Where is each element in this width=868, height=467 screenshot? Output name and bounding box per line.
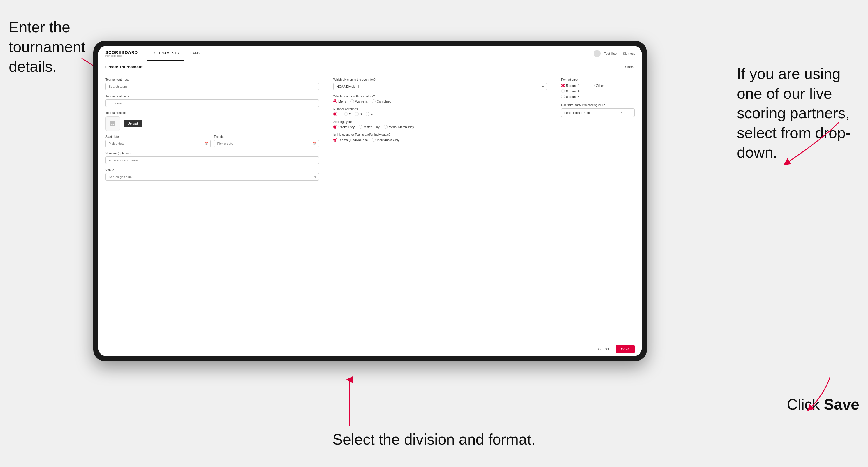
- annotation-bottomright: Click Save: [787, 395, 859, 414]
- search-team-input[interactable]: [105, 83, 319, 90]
- nav-right: Test User | Sign out: [593, 50, 634, 57]
- calendar-icon-2: 📅: [313, 142, 317, 146]
- scoring-stroke-radio[interactable]: [333, 125, 337, 129]
- live-scoring-controls: × ⌃: [620, 111, 626, 115]
- end-date-input[interactable]: [214, 140, 319, 148]
- scoring-stroke[interactable]: Stroke Play: [333, 125, 354, 129]
- round-2[interactable]: 2: [344, 112, 351, 116]
- annotation-topright: If you are using one of our live scoring…: [737, 64, 859, 162]
- rounds-radio-group: 1 2 3 4: [333, 112, 547, 116]
- teams-field-group: Is this event for Teams and/or Individua…: [333, 133, 547, 142]
- annotation-topleft: Enter the tournament details.: [9, 18, 102, 76]
- date-row: Start date 📅 End date 📅: [105, 135, 319, 148]
- format-5count4-radio[interactable]: [561, 84, 565, 87]
- gender-radio-group: Mens Womens Combined: [333, 99, 547, 103]
- sponsor-input[interactable]: [105, 156, 319, 164]
- logo-placeholder: [105, 116, 120, 131]
- back-link[interactable]: ‹ Back: [625, 65, 634, 69]
- cancel-button[interactable]: Cancel: [594, 345, 613, 353]
- start-date-field: Start date 📅: [105, 135, 211, 148]
- logo-upload-area: Upload: [105, 116, 319, 131]
- format-label: Format type: [561, 78, 634, 81]
- live-scoring-expand[interactable]: ⌃: [624, 111, 626, 114]
- name-field-group: Tournament name: [105, 94, 319, 107]
- signout-link[interactable]: Sign out: [623, 52, 634, 55]
- avatar: [593, 50, 600, 57]
- format-left: 5 count 4 6 count 4 6 count 5: [561, 84, 579, 98]
- scoring-medal-radio[interactable]: [384, 125, 388, 129]
- gender-combined[interactable]: Combined: [372, 99, 391, 103]
- live-scoring-input[interactable]: Leaderboard King × ⌃: [561, 108, 634, 117]
- host-label: Tournament Host: [105, 78, 319, 81]
- scoring-label: Scoring system: [333, 120, 547, 124]
- sponsor-field-group: Sponsor (optional): [105, 152, 319, 164]
- page-header: Create Tournament ‹ Back: [98, 61, 642, 73]
- individuals-radio[interactable]: [372, 138, 376, 142]
- calendar-icon: 📅: [204, 142, 208, 146]
- teams-option[interactable]: Teams (+Individuals): [333, 138, 368, 142]
- tablet-screen: SCOREBOARD Powered by clippit TOURNAMENT…: [98, 46, 642, 356]
- round-4[interactable]: 4: [366, 112, 372, 116]
- teams-label: Is this event for Teams and/or Individua…: [333, 133, 547, 136]
- live-scoring-clear[interactable]: ×: [620, 111, 623, 115]
- format-6count4-radio[interactable]: [561, 89, 565, 93]
- tablet-frame: SCOREBOARD Powered by clippit TOURNAMENT…: [93, 41, 647, 361]
- host-field-group: Tournament Host: [105, 78, 319, 90]
- brand-title: SCOREBOARD: [105, 50, 138, 55]
- round-3[interactable]: 3: [355, 112, 362, 116]
- individuals-option[interactable]: Individuals Only: [372, 138, 400, 142]
- format-6count5[interactable]: 6 count 5: [561, 95, 579, 98]
- tournament-name-input[interactable]: [105, 99, 319, 107]
- start-date-input[interactable]: [105, 140, 211, 148]
- gender-mens[interactable]: Mens: [333, 99, 346, 103]
- division-select[interactable]: NCAA Division I: [333, 83, 547, 90]
- name-label: Tournament name: [105, 94, 319, 98]
- upload-button[interactable]: Upload: [124, 120, 142, 127]
- format-5count4[interactable]: 5 count 4: [561, 84, 579, 87]
- navbar: SCOREBOARD Powered by clippit TOURNAMENT…: [98, 46, 642, 61]
- round-1[interactable]: 1: [333, 112, 340, 116]
- gender-label: Which gender is the event for?: [333, 94, 547, 98]
- nav-tabs: TOURNAMENTS TEAMS: [147, 46, 205, 61]
- logo-field-group: Tournament logo Upload: [105, 111, 319, 131]
- format-options: 5 count 4 6 count 4 6 count 5: [561, 84, 634, 98]
- gender-combined-radio[interactable]: [372, 99, 376, 103]
- venue-label: Venue: [105, 168, 319, 172]
- end-date-field: End date 📅: [214, 135, 319, 148]
- gender-womens[interactable]: Womens: [350, 99, 368, 103]
- scoring-match-radio[interactable]: [359, 125, 363, 129]
- form-footer: Cancel Save: [98, 342, 642, 356]
- left-column: Tournament Host Tournament name Tourname…: [98, 73, 326, 342]
- round-3-radio[interactable]: [355, 112, 359, 116]
- format-other-radio[interactable]: [591, 84, 595, 87]
- venue-dropdown-icon: ▼: [314, 176, 317, 179]
- gender-mens-radio[interactable]: [333, 99, 337, 103]
- format-6count4[interactable]: 6 count 4: [561, 89, 579, 93]
- scoring-radio-group: Stroke Play Match Play Medal Match Play: [333, 125, 547, 129]
- tab-tournaments[interactable]: TOURNAMENTS: [147, 46, 183, 61]
- brand: SCOREBOARD Powered by clippit: [105, 50, 138, 57]
- format-right: Other: [591, 84, 604, 98]
- gender-field-group: Which gender is the event for? Mens Wome…: [333, 94, 547, 103]
- start-date-wrap: 📅: [105, 140, 211, 148]
- save-button[interactable]: Save: [616, 345, 634, 353]
- round-2-radio[interactable]: [344, 112, 348, 116]
- logo-label: Tournament logo: [105, 111, 319, 115]
- format-other[interactable]: Other: [591, 84, 604, 87]
- format-6count5-radio[interactable]: [561, 95, 565, 98]
- tab-teams[interactable]: TEAMS: [184, 46, 205, 61]
- scoring-match[interactable]: Match Play: [359, 125, 379, 129]
- form-content: Tournament Host Tournament name Tourname…: [98, 73, 642, 342]
- annotation-bottom: Select the division and format.: [333, 430, 535, 449]
- scoring-field-group: Scoring system Stroke Play Match Play: [333, 120, 547, 129]
- live-scoring-section: Use third-party live scoring API? Leader…: [561, 103, 634, 117]
- teams-radio[interactable]: [333, 138, 337, 142]
- round-4-radio[interactable]: [366, 112, 369, 116]
- gender-womens-radio[interactable]: [350, 99, 354, 103]
- round-1-radio[interactable]: [333, 112, 337, 116]
- venue-input[interactable]: [105, 173, 319, 181]
- live-scoring-value: Leaderboard King: [564, 111, 590, 115]
- sponsor-label: Sponsor (optional): [105, 152, 319, 155]
- scoring-medal[interactable]: Medal Match Play: [384, 125, 414, 129]
- venue-field-group: Venue ▼: [105, 168, 319, 181]
